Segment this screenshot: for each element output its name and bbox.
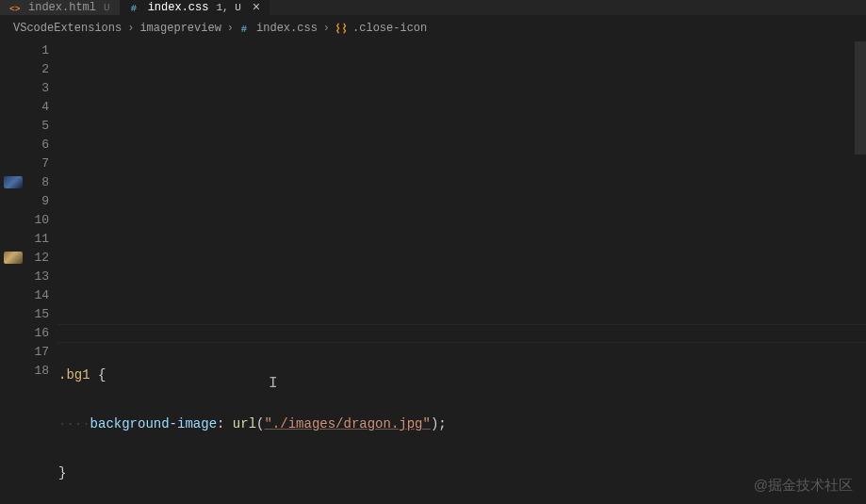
image-preview-thumbnail[interactable] [4,252,23,264]
line-number-gutter: 123 456 789 101112 131415 161718 [26,41,58,504]
tab-label: index.css [148,1,209,14]
close-icon[interactable]: × [253,1,260,14]
watermark-text: @掘金技术社区 [754,477,853,495]
tab-git-status: U [104,2,110,13]
svg-text:#: # [130,3,136,14]
chevron-right-icon: › [323,22,330,35]
css-file-icon: # [129,1,142,14]
vertical-scrollbar[interactable] [855,41,866,154]
tab-index-html[interactable]: <> index.html U [0,0,120,15]
code-content[interactable]: .bg1 { ····background-image: url("./imag… [58,41,866,504]
tab-git-status: 1, U [216,2,240,13]
breadcrumb-item-symbol[interactable]: .close-icon [335,22,427,35]
html-file-icon: <> [9,1,23,14]
svg-text:<>: <> [9,4,21,14]
image-preview-thumbnail[interactable] [4,176,23,188]
code-editor[interactable]: 123 456 789 101112 131415 161718 .bg1 { … [0,41,866,504]
css-file-icon: # [239,22,253,35]
tab-bar: <> index.html U # index.css 1, U × [0,0,866,15]
breadcrumb-item-folder[interactable]: imagepreview [139,22,221,35]
tab-label: index.html [28,1,96,14]
breadcrumb-item-file[interactable]: # index.css [239,22,318,35]
symbol-class-icon [335,22,349,35]
glyph-margin [0,41,26,504]
tab-index-css[interactable]: # index.css 1, U × [120,0,270,15]
chevron-right-icon: › [227,22,234,35]
breadcrumb: VScodeExtensions › imagepreview › # inde… [0,15,866,41]
breadcrumb-item-folder[interactable]: VScodeExtensions [13,22,122,35]
svg-text:#: # [241,23,247,34]
chevron-right-icon: › [127,22,134,35]
